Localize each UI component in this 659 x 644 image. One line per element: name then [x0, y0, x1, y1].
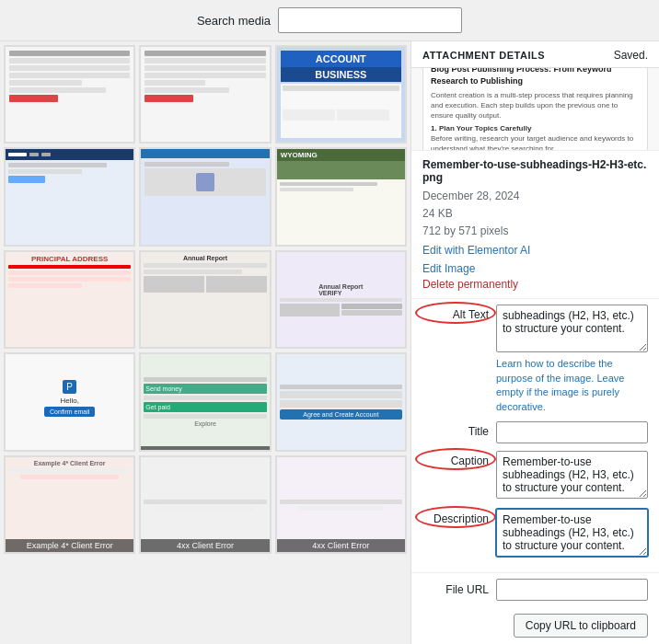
media-thumb[interactable]: P Hello, Confirm email: [4, 352, 135, 451]
details-panel: ATTACHMENT DETAILS Saved. Blog Post Publ…: [410, 41, 659, 644]
details-header: ATTACHMENT DETAILS Saved.: [411, 41, 659, 68]
media-thumb[interactable]: [139, 45, 271, 144]
thumb-label: [141, 446, 269, 450]
media-thumb[interactable]: Annual Report: [139, 250, 271, 349]
copy-btn-row: Copy URL to clipboard: [411, 608, 659, 644]
saved-status: Saved.: [614, 49, 648, 62]
title-field-wrap: Remember to use subhea: [496, 421, 648, 443]
edit-elementor-link[interactable]: Edit with Elementor AI: [422, 241, 648, 259]
file-dimensions: 712 by 571 pixels: [422, 223, 648, 240]
media-thumb[interactable]: [4, 147, 135, 246]
title-row: Title Remember to use subhea: [422, 421, 648, 443]
description-label: Description: [422, 509, 489, 525]
title-label: Title: [422, 421, 489, 438]
file-url-input[interactable]: https://seoerland.com/wp: [496, 579, 648, 601]
description-field-wrap: Remember-to-use subheadings (H2, H3, etc…: [496, 509, 648, 559]
search-label: Search media: [197, 14, 271, 28]
media-thumb[interactable]: [139, 147, 271, 246]
file-info: Remember-to-use-subheadings-H2-H3-etc.pn…: [411, 151, 659, 299]
thumb-label: Example 4* Client Error: [6, 539, 133, 552]
caption-input[interactable]: Remember-to-use subheadings (H2, H3, etc…: [496, 451, 648, 499]
media-thumb[interactable]: 4xx Client Error: [139, 455, 271, 554]
alt-text-field-wrap: subheadings (H2, H3, etc.) to structure …: [496, 305, 648, 414]
alt-text-label: Alt Text: [422, 305, 489, 321]
file-size: 24 KB: [422, 205, 648, 223]
alt-text-row: Alt Text subheadings (H2, H3, etc.) to s…: [422, 305, 648, 414]
file-url-label: File URL: [422, 583, 489, 596]
details-panel-title: ATTACHMENT DETAILS: [422, 50, 545, 61]
alt-text-note: Learn how to describe the purpose of the…: [496, 357, 648, 414]
media-thumb[interactable]: PRINCIPAL ADDRESS: [4, 250, 135, 349]
main-content: ACCOUNT BUSINESS: [0, 41, 659, 644]
file-filename: Remember-to-use-subheadings-H2-H3-etc.pn…: [422, 158, 648, 184]
media-thumb[interactable]: [4, 45, 135, 144]
thumb-label: 4xx Client Error: [141, 539, 269, 552]
media-thumb[interactable]: Example 4* Client Error Example 4* Clien…: [4, 455, 135, 554]
search-area: Search media: [0, 0, 659, 41]
file-date: December 28, 2024: [422, 188, 648, 205]
caption-row: Caption Remember-to-use subheadings (H2,…: [422, 451, 648, 501]
caption-field-wrap: Remember-to-use subheadings (H2, H3, etc…: [496, 451, 648, 501]
media-thumb[interactable]: 4xx Client Error: [275, 455, 407, 554]
caption-label: Caption: [422, 451, 489, 467]
title-input[interactable]: Remember to use subhea: [496, 421, 648, 443]
media-thumb[interactable]: ACCOUNT BUSINESS: [275, 45, 407, 144]
media-thumb[interactable]: Annual ReportVERIFY: [275, 250, 407, 349]
search-input[interactable]: [278, 7, 462, 33]
learn-how-link[interactable]: Learn how to describe the purpose of the…: [496, 358, 624, 411]
description-row: Description Remember-to-use subheadings …: [422, 509, 648, 559]
description-input[interactable]: Remember-to-use subheadings (H2, H3, etc…: [496, 509, 648, 557]
form-section: Alt Text subheadings (H2, H3, etc.) to s…: [411, 299, 659, 572]
media-thumb[interactable]: Agree and Create Account: [275, 352, 407, 451]
edit-image-link[interactable]: Edit Image: [422, 259, 648, 278]
copy-url-button[interactable]: Copy URL to clipboard: [514, 614, 648, 638]
alt-text-input[interactable]: subheadings (H2, H3, etc.) to structure …: [496, 305, 648, 352]
media-thumb[interactable]: Send money Get paid Explore: [139, 352, 271, 451]
delete-permanently-link[interactable]: Delete permanently: [422, 278, 518, 291]
media-thumb[interactable]: WYOMING: [275, 147, 407, 246]
media-grid-area[interactable]: ACCOUNT BUSINESS: [0, 41, 410, 644]
media-grid: ACCOUNT BUSINESS: [4, 45, 407, 554]
file-url-row: File URL https://seoerland.com/wp: [411, 572, 659, 608]
preview-doc: Blog Post Publishing Process: From Keywo…: [422, 68, 648, 151]
thumb-label: 4xx Client Error: [277, 539, 405, 552]
preview-image-container: Blog Post Publishing Process: From Keywo…: [411, 68, 659, 151]
